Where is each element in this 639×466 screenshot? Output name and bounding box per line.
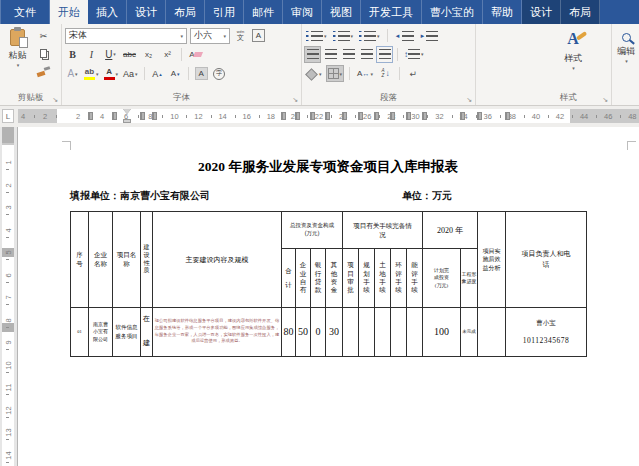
superscript-button[interactable]: x² xyxy=(160,47,175,62)
multilevel-list-button[interactable]: ▾ xyxy=(358,28,381,43)
align-center-button[interactable] xyxy=(323,47,338,62)
document-title[interactable]: 2020 年服务业发展专项资金项目入库申报表 xyxy=(48,158,608,176)
document-page[interactable]: 2020 年服务业发展专项资金项目入库申报表 填报单位：南京曹小宝有限公司 单位… xyxy=(18,127,639,466)
table-column-marker[interactable] xyxy=(295,112,300,120)
cell-project[interactable]: 软件信息服务项目 xyxy=(113,308,141,357)
clipboard-dialog-launcher[interactable]: ↘ xyxy=(52,96,58,104)
text-effects-button[interactable]: A▾ xyxy=(65,66,80,81)
styles-button[interactable]: A 样式 ▾ xyxy=(548,31,598,71)
format-painter-button[interactable] xyxy=(36,64,51,79)
table-column-marker[interactable] xyxy=(310,112,315,120)
distribute-button[interactable] xyxy=(377,47,392,62)
table-column-marker[interactable] xyxy=(460,112,465,120)
asian-layout-button[interactable]: A↔▾ xyxy=(356,66,374,81)
header-content[interactable]: 主要建设内容及规模 xyxy=(153,212,282,308)
header-other-fund[interactable]: 其他资金 xyxy=(326,249,343,308)
character-border-button[interactable]: A xyxy=(251,28,266,43)
align-left-button[interactable] xyxy=(305,47,320,62)
tab-file[interactable]: 文件 xyxy=(0,0,50,24)
decrease-indent-button[interactable]: ◄ xyxy=(394,28,415,43)
cell-nature[interactable]: 在建 xyxy=(141,308,153,357)
tab-design[interactable]: 设计 xyxy=(127,0,166,24)
clear-formatting-button[interactable]: A xyxy=(188,47,203,62)
header-self-fund[interactable]: 企业自有 xyxy=(296,249,311,308)
bullets-button[interactable]: ▾ xyxy=(305,28,328,43)
bold-button[interactable]: B xyxy=(65,47,80,62)
underline-button[interactable]: U▾ xyxy=(103,47,118,62)
tab-developer[interactable]: 开发工具 xyxy=(361,0,422,24)
subscript-button[interactable]: x₂ xyxy=(141,47,156,62)
table-column-marker[interactable] xyxy=(374,112,379,120)
table-column-marker[interactable] xyxy=(152,112,157,120)
tab-table-design[interactable]: 设计 xyxy=(522,0,561,24)
table-column-marker[interactable] xyxy=(358,112,363,120)
header-seq[interactable]: 序号 xyxy=(71,212,89,308)
shading-button[interactable]: ▾ xyxy=(305,66,323,81)
cut-button[interactable]: ✂ xyxy=(36,28,51,43)
italic-button[interactable]: I xyxy=(84,47,99,62)
phonetic-guide-button[interactable]: wén文 xyxy=(233,28,248,43)
horizontal-ruler[interactable]: 4224681012141618202224262830323436384042… xyxy=(18,109,639,123)
tab-table-layout[interactable]: 布局 xyxy=(561,0,600,24)
editing-button[interactable]: 编辑 ▾ xyxy=(614,31,638,64)
grow-font-button[interactable]: A▴ xyxy=(150,66,165,81)
header-progress[interactable]: 工程形象进度 xyxy=(461,249,478,308)
table-column-marker[interactable] xyxy=(325,112,330,120)
numbering-button[interactable]: ▾ xyxy=(332,28,355,43)
header-contact[interactable]: 项目负责人和电话 xyxy=(506,212,587,308)
cell-progress[interactable]: 未完成 xyxy=(461,308,478,357)
header-env[interactable]: 环评手续 xyxy=(391,249,407,308)
tab-insert[interactable]: 插入 xyxy=(88,0,127,24)
table-column-marker[interactable] xyxy=(477,112,482,120)
cell-contact[interactable]: 曹小宝 10112345678 xyxy=(506,308,587,357)
line-spacing-button[interactable]: ↕▾ xyxy=(403,47,425,62)
header-benefit[interactable]: 项目实施后效益分析 xyxy=(478,212,506,308)
header-project[interactable]: 项目名称 xyxy=(113,212,141,308)
header-approval[interactable]: 项目审批 xyxy=(343,249,359,308)
cell-other-fund[interactable]: 30 xyxy=(326,308,343,357)
header-bank-loan[interactable]: 银行贷款 xyxy=(311,249,326,308)
font-color-button[interactable]: A▾ xyxy=(103,66,120,81)
cell-bank-loan[interactable]: 0 xyxy=(311,308,326,357)
tab-addin[interactable]: 曹小宝的 xyxy=(422,0,483,24)
header-nature[interactable]: 建设性质 xyxy=(141,212,153,308)
tab-review[interactable]: 审阅 xyxy=(283,0,322,24)
change-case-button[interactable]: Aa▾ xyxy=(122,66,139,81)
enclose-characters-button[interactable]: 字 xyxy=(212,66,227,81)
header-invest-2020[interactable]: 计划完成投资(万元) xyxy=(423,249,461,308)
unit-line[interactable]: 单位：万元 xyxy=(402,189,452,203)
cell-seq[interactable]: 01 xyxy=(71,308,89,357)
header-land[interactable]: 土地手续 xyxy=(375,249,391,308)
cell-company[interactable]: 南京曹小宝有限公司 xyxy=(89,308,113,357)
cell-content[interactable]: 现公司拟建设软件信息服务平台项目，建设内容包括软件开发、信息服务系统等，形成一个… xyxy=(153,308,282,357)
table-column-marker[interactable] xyxy=(88,112,93,120)
report-unit-line[interactable]: 填报单位：南京曹小宝有限公司 xyxy=(70,189,210,203)
table-column-marker[interactable] xyxy=(390,112,395,120)
tab-references[interactable]: 引用 xyxy=(205,0,244,24)
table-column-marker[interactable] xyxy=(342,112,347,120)
table-column-marker[interactable] xyxy=(281,112,286,120)
shrink-font-button[interactable]: A▾ xyxy=(168,66,183,81)
header-total[interactable]: 合计 xyxy=(282,249,296,308)
cell-planning[interactable] xyxy=(359,308,375,357)
tab-help[interactable]: 帮助 xyxy=(483,0,522,24)
cell-invest-2020[interactable]: 100 xyxy=(423,308,461,357)
font-size-combo[interactable]: 小六▾ xyxy=(190,28,230,44)
sort-button[interactable]: AZ↓ xyxy=(378,66,393,81)
header-group-investment[interactable]: 总投资及资金构成(万元) xyxy=(282,212,343,249)
header-group-procedures[interactable]: 项目有关手续完备情况 xyxy=(343,212,423,249)
cell-approval[interactable] xyxy=(343,308,359,357)
table-column-marker[interactable] xyxy=(422,112,427,120)
tab-view[interactable]: 视图 xyxy=(322,0,361,24)
tab-layout[interactable]: 布局 xyxy=(166,0,205,24)
table-column-marker[interactable] xyxy=(406,112,411,120)
font-dialog-launcher[interactable]: ↘ xyxy=(292,96,298,104)
align-right-button[interactable] xyxy=(341,47,356,62)
cell-land[interactable] xyxy=(375,308,391,357)
font-name-combo[interactable]: 宋体▾ xyxy=(65,28,187,44)
header-energy[interactable]: 能评手续 xyxy=(407,249,423,308)
tab-home[interactable]: 开始 xyxy=(50,0,88,24)
show-marks-button[interactable]: ↵ xyxy=(406,66,421,81)
justify-button[interactable] xyxy=(359,47,374,62)
strikethrough-button[interactable]: abc xyxy=(122,47,137,62)
